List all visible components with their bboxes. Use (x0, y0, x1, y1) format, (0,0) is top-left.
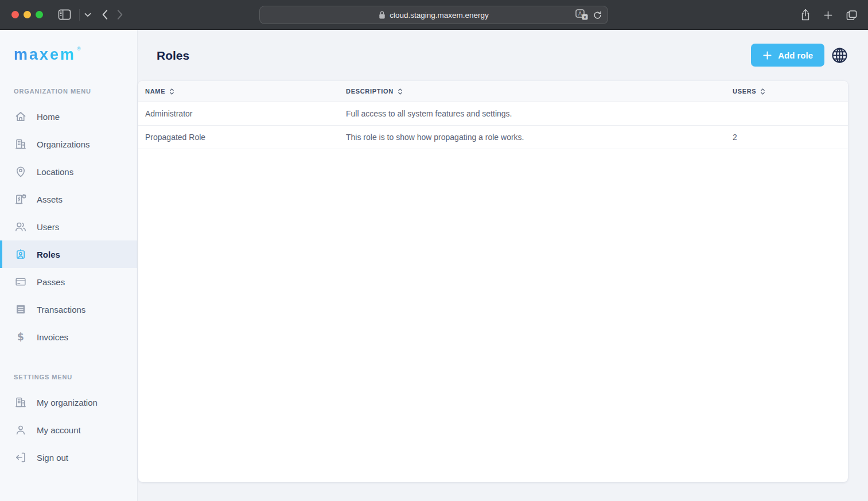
reload-icon[interactable] (593, 10, 602, 20)
translate-icon[interactable]: Ax (575, 9, 588, 21)
column-header-users[interactable]: USERS (726, 88, 848, 95)
sidebar-item-label: My organization (37, 398, 98, 407)
role-users-cell: 2 (726, 133, 848, 142)
chevron-down-icon[interactable] (84, 13, 91, 17)
sort-icon (760, 88, 765, 95)
sidebar-item-passes[interactable]: Passes (0, 268, 137, 296)
assets-icon (14, 192, 28, 206)
sidebar-item-my-account[interactable]: My account (0, 416, 137, 444)
sidebar-item-label: Home (37, 112, 60, 122)
sidebar-item-roles[interactable]: Roles (0, 240, 137, 268)
forward-icon (117, 9, 123, 20)
sidebar-toggle-icon[interactable] (58, 9, 71, 21)
sidebar-section-label: SETTINGS MENU (14, 374, 137, 380)
column-header-label: DESCRIPTION (346, 88, 394, 95)
account-icon (14, 423, 28, 437)
sidebar-item-organizations[interactable]: Organizations (0, 130, 137, 158)
close-window-button[interactable] (11, 11, 19, 18)
sort-icon (398, 88, 403, 95)
share-icon[interactable] (800, 9, 811, 21)
sidebar-section-label: ORGANIZATION MENU (14, 88, 137, 95)
invoices-icon: $ (14, 330, 28, 344)
sidebar-item-label: Roles (37, 250, 60, 259)
sidebar-item-label: Sign out (37, 453, 68, 463)
table-row[interactable]: Propagated RoleThis role is to show how … (138, 126, 848, 149)
maxem-logo: maxem ® (14, 47, 81, 63)
lock-icon (379, 10, 386, 20)
sidebar-item-home[interactable]: Home (0, 103, 137, 130)
back-icon[interactable] (102, 9, 108, 20)
sidebar: maxem ® ORGANIZATION MENUHomeOrganizatio… (0, 30, 138, 501)
toolbar-divider (79, 9, 80, 21)
browser-chrome: cloud.staging.maxem.energy Ax (0, 0, 868, 30)
sign-out-icon (14, 450, 28, 464)
organizations-icon (14, 395, 28, 409)
sidebar-item-my-organization[interactable]: My organization (0, 389, 137, 416)
tabs-overview-icon[interactable] (846, 10, 858, 21)
main-content: Roles Add role NAMEDESCRIPTIONUSERS Admi… (138, 30, 868, 501)
svg-text:x: x (583, 15, 586, 20)
column-header-label: NAME (145, 88, 165, 95)
role-description-cell: This role is to show how propagating a r… (339, 133, 726, 142)
organizations-icon (14, 137, 28, 151)
column-header-description[interactable]: DESCRIPTION (339, 88, 726, 95)
add-role-button[interactable]: Add role (751, 44, 824, 67)
table-row[interactable]: AdministratorFull access to all system f… (138, 102, 848, 126)
plus-icon (762, 51, 772, 60)
url-text: cloud.staging.maxem.energy (390, 11, 489, 20)
globe-icon[interactable] (831, 46, 848, 64)
svg-text:$: $ (17, 331, 24, 343)
new-tab-icon[interactable] (823, 10, 833, 20)
sidebar-item-sign-out[interactable]: Sign out (0, 444, 137, 471)
page-title: Roles (157, 49, 189, 63)
svg-text:A: A (578, 11, 582, 17)
table-header-row: NAMEDESCRIPTIONUSERS (138, 81, 848, 102)
home-icon (14, 110, 28, 123)
sidebar-item-label: Users (37, 222, 59, 232)
sidebar-item-label: My account (37, 425, 81, 435)
role-name-cell: Propagated Role (138, 133, 339, 142)
transactions-icon (14, 302, 28, 316)
column-header-label: USERS (733, 88, 756, 95)
sidebar-item-label: Locations (37, 167, 73, 177)
sidebar-item-invoices[interactable]: $Invoices (0, 323, 137, 351)
minimize-window-button[interactable] (24, 11, 31, 18)
locations-icon (14, 165, 28, 178)
sidebar-item-label: Assets (37, 195, 63, 204)
add-role-button-label: Add role (778, 51, 813, 60)
roles-icon (14, 247, 28, 261)
sidebar-item-label: Invoices (37, 332, 68, 342)
sidebar-item-transactions[interactable]: Transactions (0, 296, 137, 323)
sidebar-item-assets[interactable]: Assets (0, 185, 137, 213)
users-icon (14, 220, 28, 234)
address-bar[interactable]: cloud.staging.maxem.energy Ax (259, 6, 608, 24)
column-header-name[interactable]: NAME (138, 88, 339, 95)
sidebar-item-label: Organizations (37, 139, 90, 149)
logo-text: maxem (14, 47, 76, 63)
maximize-window-button[interactable] (36, 11, 43, 18)
role-name-cell: Administrator (138, 109, 339, 118)
sidebar-item-label: Transactions (37, 305, 85, 314)
passes-icon (14, 275, 28, 289)
traffic-lights (11, 11, 43, 18)
role-description-cell: Full access to all system features and s… (339, 109, 726, 118)
sidebar-item-locations[interactable]: Locations (0, 158, 137, 185)
roles-table-card: NAMEDESCRIPTIONUSERS AdministratorFull a… (138, 81, 848, 482)
sidebar-item-label: Passes (37, 277, 65, 287)
registered-mark: ® (77, 46, 81, 52)
sidebar-item-users[interactable]: Users (0, 213, 137, 240)
sort-icon (169, 88, 174, 95)
